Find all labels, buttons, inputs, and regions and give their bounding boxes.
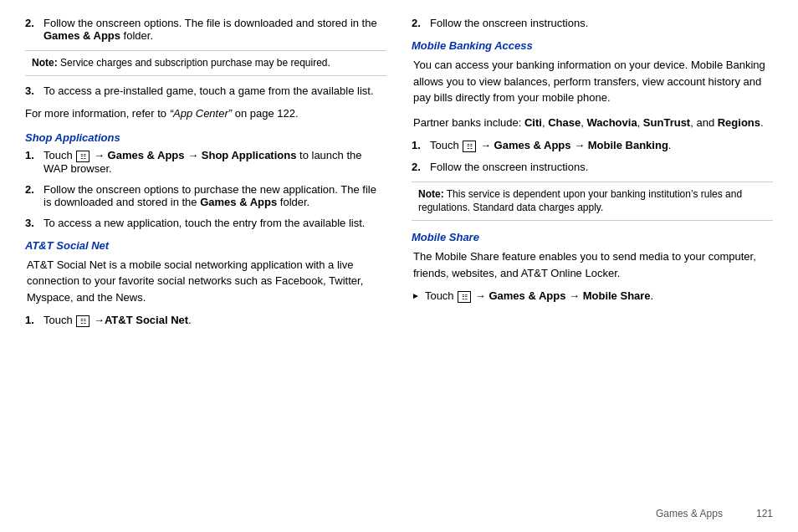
right-step2-text: Follow the onscreen instructions. [430, 17, 588, 29]
mobile-banking-body1: You can access your banking information … [412, 57, 773, 106]
note-label-1: Note: [32, 57, 58, 69]
note-box-2: Note: This service is dependent upon you… [412, 182, 773, 222]
shop-step3: 3. To access a new application, touch th… [25, 217, 386, 229]
shop-step2-num: 2. [25, 183, 38, 208]
mobile-banking-partners: Partner banks include: Citi, Chase, Wach… [412, 115, 773, 131]
mb-step2-num: 2. [412, 161, 425, 173]
mobile-share-bullet: ► Touch ☷ → Games & Apps → Mobile Share. [412, 289, 773, 303]
mobile-share-bullet-content: Touch ☷ → Games & Apps → Mobile Share. [425, 289, 653, 303]
mb-step1-num: 1. [412, 139, 425, 152]
footer: Games & Apps 121 [0, 499, 798, 532]
shop-step3-num: 3. [25, 217, 38, 229]
step-text: Follow the onscreen options. The file is… [43, 17, 377, 29]
shop-step1-content: Touch ☷ → Games & Apps → Shop Applicatio… [43, 149, 386, 175]
menu-icon-att: ☷ [76, 315, 90, 327]
right-step2: 2. Follow the onscreen instructions. [412, 17, 773, 29]
note-box-1: Note: Service charges and subscription p… [25, 50, 386, 76]
step-content-3: To access a pre-installed game, touch a … [43, 84, 386, 97]
step-num: 2. [25, 17, 38, 42]
att-social-body: AT&T Social Net is a mobile social netwo… [25, 257, 386, 306]
more-info: For more information, refer to “App Cent… [25, 105, 386, 122]
shop-apps-bold: Shop Applications [202, 149, 297, 161]
menu-icon-mb1: ☷ [463, 141, 476, 152]
step-num-3: 3. [25, 84, 38, 97]
right-column: 2. Follow the onscreen instructions. Mob… [412, 17, 773, 483]
shop-step1: 1. Touch ☷ → Games & Apps → Shop Applica… [25, 149, 386, 175]
shop-step2-content: Follow the onscreen options to purchase … [43, 183, 386, 208]
mb-step1: 1. Touch ☷ → Games & Apps → Mobile Banki… [412, 139, 773, 152]
note-text-1: Service charges and subscription purchas… [58, 57, 330, 69]
step-content: Follow the onscreen options. The file is… [43, 17, 386, 42]
mobile-banking-title: Mobile Banking Access [412, 39, 773, 52]
shop-step1-num: 1. [25, 149, 38, 175]
games-apps-mb1: Games & Apps [494, 139, 571, 151]
right-step2-content: Follow the onscreen instructions. [430, 17, 773, 29]
att-social-title: AT&T Social Net [25, 239, 386, 252]
footer-page: 121 [756, 508, 773, 519]
bullet-triangle-icon: ► [412, 291, 420, 300]
menu-icon-ms: ☷ [458, 291, 471, 303]
att-step1-content: Touch ☷ →AT&T Social Net. [43, 314, 386, 327]
mobile-share-body: The Mobile Share feature enables you to … [412, 248, 773, 281]
note-text-2: This service is dependent upon your bank… [418, 188, 742, 214]
att-step1: 1. Touch ☷ →AT&T Social Net. [25, 314, 386, 327]
games-apps-shop2: Games & Apps [200, 196, 277, 208]
att-step1-num: 1. [25, 314, 38, 327]
step3-text: To access a pre-installed game, touch a … [43, 84, 374, 97]
shop-step3-content: To access a new application, touch the e… [43, 217, 386, 229]
games-apps-bold: Games & Apps [43, 29, 120, 42]
intro-step2: 2. Follow the onscreen options. The file… [25, 17, 386, 42]
footer-section: Games & Apps [656, 508, 723, 519]
shop-applications-title: Shop Applications [25, 131, 386, 144]
mb-step1-content: Touch ☷ → Games & Apps → Mobile Banking. [430, 139, 773, 152]
menu-icon-shop1: ☷ [76, 151, 90, 162]
mobile-share-bold: Mobile Share [583, 289, 651, 302]
games-apps-shop1: Games & Apps [108, 149, 185, 161]
shop-step2: 2. Follow the onscreen options to purcha… [25, 183, 386, 208]
right-step2-num: 2. [412, 17, 425, 29]
mobile-share-title: Mobile Share [412, 231, 773, 243]
mobile-banking-bold: Mobile Banking [588, 139, 668, 151]
mb-step2-content: Follow the onscreen instructions. [430, 161, 773, 173]
att-social-net-bold: AT&T Social Net [105, 314, 188, 326]
games-apps-ms: Games & Apps [489, 289, 565, 302]
mb-step2-text: Follow the onscreen instructions. [430, 161, 588, 173]
left-column: 2. Follow the onscreen options. The file… [25, 17, 386, 483]
mb-step2: 2. Follow the onscreen instructions. [412, 161, 773, 173]
note-label-2: Note: [418, 188, 444, 200]
step3-access: 3. To access a pre-installed game, touch… [25, 84, 386, 97]
shop-step3-text: To access a new application, touch the e… [43, 217, 365, 229]
step-text2: folder. [120, 29, 153, 42]
